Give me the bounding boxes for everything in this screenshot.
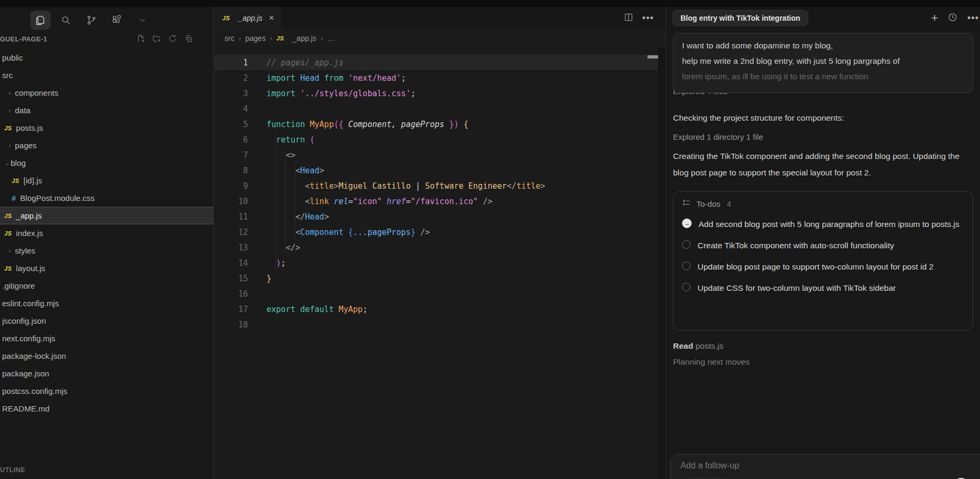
todo-item[interactable]: Create TikTok component with auto-scroll… — [682, 239, 964, 252]
code-line-13[interactable]: 13 </> — [214, 240, 658, 255]
file-row-posts-js[interactable]: JSposts.js — [0, 119, 213, 137]
todos-header[interactable]: To-dos 4 — [682, 198, 964, 209]
todo-item[interactable]: →Add second blog post with 5 long paragr… — [682, 217, 964, 231]
code-line-2[interactable]: 2import Head from 'next/head'; — [214, 70, 658, 86]
code-line-11[interactable]: 11 </Head> — [214, 209, 658, 224]
breadcrumb-file[interactable]: _app.js — [293, 34, 317, 43]
tab-app-js[interactable]: JS _app.js × — [214, 7, 281, 29]
file-row-eslint-config-mjs[interactable]: eslint.config.mjs — [0, 295, 213, 312]
line-number: 2 — [214, 73, 248, 83]
line-number: 14 — [214, 258, 248, 268]
breadcrumb-symbol[interactable]: … — [327, 34, 335, 43]
user-message-card[interactable]: I want to add some dopamine to my blog, … — [673, 33, 973, 93]
todo-item[interactable]: Update blog post page to support two-col… — [682, 260, 964, 273]
code-lines: 1// pages/_app.js2import Head from 'next… — [214, 55, 658, 332]
chevron-down-icon[interactable] — [132, 11, 153, 30]
file-row-blog[interactable]: ⌄blog — [0, 154, 213, 172]
js-file-icon: JS — [12, 178, 19, 184]
chevron-right-icon: › — [239, 34, 241, 42]
close-tab-icon[interactable]: × — [269, 13, 274, 23]
file-row-postcss-config-mjs[interactable]: postcss.config.mjs — [0, 382, 213, 400]
new-folder-icon[interactable] — [152, 34, 161, 45]
file-row-pages[interactable]: ›pages — [0, 137, 213, 154]
explorer-icon[interactable] — [30, 11, 51, 30]
code-line-8[interactable]: 8 <Head> — [214, 163, 658, 178]
file-row-blogpost-module-css[interactable]: #BlogPost.module.css — [0, 189, 213, 207]
file-row-components[interactable]: ›components — [0, 84, 213, 102]
code-line-14[interactable]: 14 ); — [214, 255, 658, 271]
read-file-status[interactable]: Read posts.js — [673, 341, 973, 351]
code-area[interactable]: 1// pages/_app.js2import Head from 'next… — [214, 47, 666, 479]
code-text: <> — [267, 150, 295, 160]
code-line-12[interactable]: 12 <Component {...pageProps} /> — [214, 224, 658, 240]
history-icon[interactable] — [948, 12, 958, 24]
line-number: 16 — [214, 289, 248, 299]
js-file-icon: JS — [277, 35, 284, 41]
file-row-public[interactable]: public — [0, 49, 213, 66]
todo-items: →Add second blog post with 5 long paragr… — [682, 217, 964, 295]
file-row-package-json[interactable]: package.json — [0, 365, 213, 382]
code-line-18[interactable]: 18 — [214, 317, 658, 332]
collapse-all-icon[interactable] — [184, 34, 193, 45]
file-row-package-lock-json[interactable]: package-lock.json — [0, 347, 213, 365]
composer-input[interactable]: Add a follow-up — [680, 461, 977, 470]
file-row-index-js[interactable]: JSindex.js — [0, 224, 213, 242]
read-target: posts.js — [695, 341, 724, 350]
file-label: blog — [11, 158, 26, 167]
todo-text: Update blog post page to support two-col… — [697, 260, 934, 273]
file-row-jsconfig-json[interactable]: jsconfig.json — [0, 312, 213, 330]
search-icon[interactable] — [56, 11, 76, 30]
outline-section-label[interactable]: UTLINE — [0, 466, 26, 474]
code-text: } — [267, 274, 271, 283]
file-row--app-js[interactable]: JS_app.js — [0, 207, 213, 224]
file-row-layout-js[interactable]: JSlayout.js — [0, 259, 213, 277]
line-number: 4 — [214, 104, 248, 114]
extensions-icon[interactable] — [107, 11, 127, 30]
file-row-src[interactable]: src — [0, 66, 213, 84]
file-row-next-config-mjs[interactable]: next.config.mjs — [0, 330, 213, 347]
split-editor-icon[interactable] — [624, 12, 634, 24]
code-line-6[interactable]: 6 return ( — [214, 132, 658, 147]
file-label: postcss.config.mjs — [2, 386, 68, 396]
code-line-1[interactable]: 1// pages/_app.js — [214, 55, 658, 70]
new-chat-icon[interactable]: + — [931, 12, 938, 24]
code-line-4[interactable]: 4 — [214, 101, 658, 116]
chat-composer[interactable]: Add a follow-up ∞ Agent ⌄ Auto ⌄ @ — [670, 454, 980, 479]
js-file-icon: JS — [4, 230, 12, 237]
chat-tab[interactable]: Blog entry with TikTok integration — [672, 10, 808, 26]
explored-directory-status[interactable]: Explored 1 directory 1 file — [673, 132, 973, 141]
code-line-17[interactable]: 17export default MyApp; — [214, 301, 658, 317]
file-row-data[interactable]: ›data — [0, 102, 213, 119]
assistant-text: Creating the TikTok component and adding… — [673, 148, 971, 181]
refresh-icon[interactable] — [168, 34, 177, 45]
line-number: 5 — [214, 120, 248, 129]
code-line-3[interactable]: 3import '../styles/globals.css'; — [214, 86, 658, 101]
file-row--gitignore[interactable]: .gitignore — [0, 277, 213, 295]
more-actions-icon[interactable]: ••• — [642, 13, 654, 24]
new-file-icon[interactable] — [136, 34, 145, 45]
file-label: components — [15, 88, 59, 97]
code-line-10[interactable]: 10 <link rel="icon" href="/favicon.ico" … — [214, 194, 658, 209]
editor-scrollbar[interactable] — [658, 47, 666, 479]
file-row-styles[interactable]: ›styles — [0, 242, 213, 259]
code-text: <title>Miguel Castillo | Software Engine… — [267, 181, 545, 191]
code-line-7[interactable]: 7 <> — [214, 147, 658, 163]
breadcrumb-pages[interactable]: pages — [245, 34, 265, 43]
file-row--id-js[interactable]: JS[id].js — [0, 172, 213, 189]
code-text: </> — [267, 243, 300, 253]
breadcrumb-src[interactable]: src — [225, 34, 235, 43]
todos-title: To-dos — [696, 199, 720, 208]
file-label: README.md — [2, 404, 49, 413]
folder-chevron-icon: › — [9, 141, 15, 149]
user-message-line: I want to add some dopamine to my blog, — [682, 38, 964, 53]
code-line-15[interactable]: 15} — [214, 271, 658, 286]
code-line-16[interactable]: 16 — [214, 286, 658, 301]
code-text: function MyApp({ Component, pageProps })… — [267, 120, 468, 129]
source-control-icon[interactable] — [81, 11, 102, 30]
code-line-5[interactable]: 5function MyApp({ Component, pageProps }… — [214, 116, 658, 132]
more-options-icon[interactable]: ••• — [967, 13, 979, 24]
code-line-9[interactable]: 9 <title>Miguel Castillo | Software Engi… — [214, 178, 658, 194]
file-row-readme-md[interactable]: README.md — [0, 400, 213, 417]
code-text: <Component {...pageProps} /> — [267, 228, 430, 237]
todo-item[interactable]: Update CSS for two-column layout with Ti… — [682, 281, 964, 295]
